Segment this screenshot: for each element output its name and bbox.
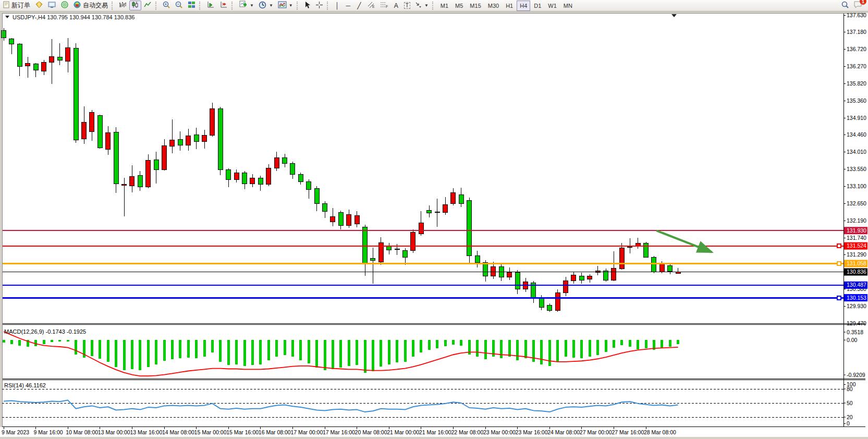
candle[interactable] bbox=[186, 136, 191, 145]
candle[interactable] bbox=[106, 132, 111, 149]
zoom-in-button[interactable] bbox=[161, 1, 173, 10]
candle[interactable] bbox=[90, 112, 94, 131]
tab-h1[interactable]: H1 bbox=[503, 1, 516, 11]
candle[interactable] bbox=[331, 216, 335, 222]
candle[interactable] bbox=[314, 188, 319, 204]
candle[interactable] bbox=[403, 251, 408, 258]
candle[interactable] bbox=[9, 39, 14, 44]
candle[interactable] bbox=[547, 306, 552, 310]
candle[interactable] bbox=[298, 174, 303, 181]
candle[interactable] bbox=[507, 273, 512, 277]
candle[interactable] bbox=[258, 178, 263, 184]
auto-scroll-button[interactable] bbox=[217, 1, 230, 10]
candle[interactable] bbox=[210, 109, 215, 136]
candle[interactable] bbox=[443, 204, 448, 212]
candle[interactable] bbox=[467, 201, 472, 256]
candle[interactable] bbox=[395, 249, 399, 249]
trendline-tool-button[interactable]: ╱ bbox=[354, 1, 364, 10]
candle[interactable] bbox=[427, 211, 432, 213]
candle[interactable] bbox=[194, 135, 199, 142]
templates-button[interactable]: ▼ bbox=[276, 1, 295, 10]
candle[interactable] bbox=[619, 248, 624, 269]
line-handle[interactable] bbox=[837, 296, 841, 300]
candle[interactable] bbox=[82, 123, 87, 139]
candle[interactable] bbox=[202, 136, 207, 142]
candle[interactable] bbox=[178, 140, 182, 145]
scroll-to-end-button[interactable] bbox=[204, 1, 217, 10]
candle[interactable] bbox=[50, 57, 54, 63]
candle[interactable] bbox=[363, 227, 368, 263]
tab-m15[interactable]: M15 bbox=[467, 1, 484, 11]
candle[interactable] bbox=[668, 266, 673, 272]
candle[interactable] bbox=[659, 264, 664, 272]
candle[interactable] bbox=[274, 157, 279, 168]
line-handle[interactable] bbox=[837, 244, 841, 248]
candle[interactable] bbox=[146, 160, 151, 187]
zoom-out-button[interactable] bbox=[173, 1, 185, 10]
tab-d1[interactable]: D1 bbox=[531, 1, 544, 11]
candle[interactable] bbox=[33, 64, 38, 70]
candle[interactable] bbox=[612, 268, 616, 280]
new-chart-button[interactable] bbox=[33, 1, 45, 10]
indicators-button[interactable]: ▼ bbox=[237, 1, 256, 10]
candle[interactable] bbox=[290, 164, 295, 174]
candle[interactable] bbox=[354, 215, 359, 224]
cursor-tool-button[interactable] bbox=[302, 1, 313, 10]
candle[interactable] bbox=[588, 276, 592, 279]
candle[interactable] bbox=[579, 276, 584, 280]
crosshair-tool-button[interactable] bbox=[313, 1, 325, 10]
auto-trading-button[interactable]: 自动交易 bbox=[71, 1, 110, 10]
channel-tool-button[interactable]: E bbox=[365, 1, 377, 10]
candle[interactable] bbox=[338, 212, 343, 225]
candle[interactable] bbox=[97, 116, 102, 148]
candle[interactable] bbox=[242, 173, 247, 184]
candle[interactable] bbox=[162, 146, 167, 170]
tab-h4[interactable]: H4 bbox=[517, 1, 530, 11]
candle[interactable] bbox=[539, 298, 544, 307]
candle[interactable] bbox=[250, 178, 255, 184]
candle[interactable] bbox=[17, 44, 22, 67]
candle[interactable] bbox=[234, 173, 239, 179]
candle[interactable] bbox=[347, 214, 351, 225]
candle[interactable] bbox=[644, 243, 649, 257]
candle[interactable] bbox=[628, 247, 632, 247]
candle[interactable] bbox=[138, 175, 142, 187]
price-chart[interactable]: USDJPY-,H4 130.795 130.944 130.784 130.8… bbox=[0, 0, 868, 439]
candle[interactable] bbox=[571, 275, 576, 281]
candle[interactable] bbox=[491, 266, 496, 276]
tab-mn[interactable]: MN bbox=[560, 1, 576, 11]
candle[interactable] bbox=[114, 132, 118, 184]
periods-button[interactable]: ▼ bbox=[256, 1, 275, 10]
label-tool-button[interactable]: T bbox=[402, 1, 412, 10]
candle[interactable] bbox=[419, 223, 423, 234]
candle[interactable] bbox=[266, 168, 271, 185]
tab-m30[interactable]: M30 bbox=[485, 1, 502, 11]
market-watch-button[interactable] bbox=[46, 1, 58, 10]
candle[interactable] bbox=[451, 193, 456, 203]
candle[interactable] bbox=[483, 263, 488, 276]
arrows-tool-button[interactable]: ▼ bbox=[413, 1, 431, 10]
candle[interactable] bbox=[122, 184, 127, 186]
candle[interactable] bbox=[130, 177, 135, 186]
candle[interactable] bbox=[323, 204, 327, 212]
fibonacci-tool-button[interactable]: F bbox=[378, 1, 390, 10]
candle[interactable] bbox=[66, 47, 70, 61]
candle[interactable] bbox=[26, 64, 30, 66]
candle[interactable] bbox=[74, 48, 78, 140]
candle[interactable] bbox=[42, 63, 46, 71]
candle[interactable] bbox=[459, 194, 463, 203]
candle[interactable] bbox=[411, 233, 415, 251]
candlestick-chart-button[interactable] bbox=[129, 1, 141, 10]
candle[interactable] bbox=[218, 109, 223, 170]
tab-w1[interactable]: W1 bbox=[545, 1, 560, 11]
bar-chart-button[interactable] bbox=[117, 1, 129, 10]
candle[interactable] bbox=[564, 281, 568, 293]
text-tool-button[interactable]: A bbox=[391, 1, 401, 10]
candle[interactable] bbox=[475, 256, 480, 263]
candle[interactable] bbox=[170, 140, 175, 147]
tab-m5[interactable]: M5 bbox=[452, 1, 466, 11]
new-order-button[interactable]: 新订单 bbox=[1, 1, 32, 10]
notifications-button[interactable]: 1 bbox=[853, 1, 863, 10]
candle[interactable] bbox=[435, 212, 439, 212]
vertical-line-tool-button[interactable]: │ bbox=[332, 1, 343, 10]
